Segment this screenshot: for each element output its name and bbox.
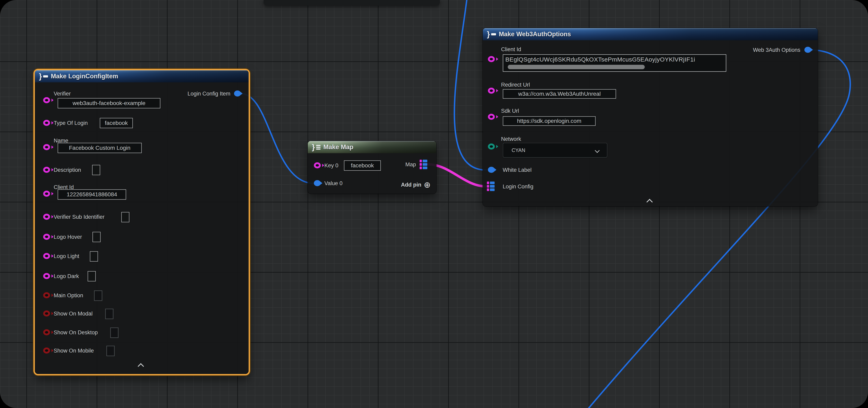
- key0-label: Key 0: [324, 162, 338, 169]
- white-label-pin[interactable]: [488, 167, 495, 173]
- show-on-desktop-pin[interactable]: [43, 329, 50, 335]
- show-on-mobile-checkbox[interactable]: [106, 346, 115, 356]
- name-input[interactable]: Facebook Custom Login: [58, 143, 142, 153]
- main-option-pin[interactable]: [43, 292, 50, 298]
- white-label-label: White Label: [503, 167, 532, 173]
- add-pin-plus-icon: ⊕: [424, 181, 431, 189]
- web3auth-options-output-label: Web 3Auth Options: [753, 46, 800, 54]
- description-input[interactable]: [92, 165, 100, 175]
- login-config-pin[interactable]: [487, 181, 495, 191]
- node-title: Make Web3AuthOptions: [499, 31, 571, 38]
- redirect-url-pin[interactable]: [488, 88, 495, 94]
- show-on-desktop-checkbox[interactable]: [110, 328, 119, 338]
- node-make-map[interactable]: } Make Map Key 0 facebook Map Value 0 Ad…: [308, 141, 436, 194]
- description-pin[interactable]: [43, 167, 50, 173]
- verifier-sub-identifier-pin[interactable]: [43, 214, 50, 220]
- collapse-chevron-icon[interactable]: [646, 199, 653, 205]
- redirect-url-label: Redirect Url: [501, 81, 530, 88]
- verifier-sub-identifier-label: Verifier Sub Identifier: [54, 213, 104, 220]
- logo-dark-pin[interactable]: [43, 273, 50, 279]
- logo-hover-label: Logo Hover: [54, 234, 82, 240]
- sdk-url-input[interactable]: https://sdk.openlogin.com: [503, 116, 596, 126]
- wire-map-to-loginconfig[interactable]: [428, 164, 486, 186]
- add-pin-button[interactable]: Add pin ⊕: [401, 181, 431, 189]
- verifier-label: Verifier: [54, 90, 71, 97]
- login-config-label: Login Config: [503, 183, 533, 190]
- node-title: Make LoginConfigItem: [51, 73, 118, 80]
- verifier-pin[interactable]: [43, 97, 50, 103]
- client-id-input[interactable]: BEglQSgt4cUWcj6SKRdu5QkOXTsePmMcusG5EAoy…: [503, 54, 726, 72]
- logo-dark-input[interactable]: [88, 271, 96, 281]
- login-config-item-output-label: Login Config Item: [187, 90, 230, 97]
- show-on-modal-label: Show On Modal: [54, 310, 93, 317]
- logo-light-label: Logo Light: [54, 253, 79, 260]
- redirect-url-input[interactable]: w3a://com.w3a.Web3AuthUnreal: [503, 89, 616, 99]
- map-output-label: Map: [405, 161, 416, 168]
- show-on-mobile-pin[interactable]: [43, 347, 50, 353]
- node-header[interactable]: } Make LoginConfigItem: [35, 70, 249, 82]
- name-pin[interactable]: [43, 144, 50, 150]
- client-id-input[interactable]: 1222658941886084: [58, 189, 126, 200]
- verifier-input[interactable]: web3auth-facebook-example: [58, 98, 160, 108]
- key0-pin[interactable]: [314, 162, 321, 168]
- client-id-pin[interactable]: [488, 56, 495, 62]
- chevron-down-icon: [595, 148, 599, 153]
- client-id-pin[interactable]: [43, 191, 50, 197]
- blueprint-graph-canvas[interactable]: } Make LoginConfigItem Verifier web3auth…: [0, 0, 868, 408]
- type-of-login-label: Type Of Login: [54, 120, 88, 127]
- key0-input[interactable]: facebook: [344, 160, 381, 171]
- login-config-item-output-pin[interactable]: [234, 91, 241, 97]
- network-dropdown[interactable]: CYAN: [503, 143, 608, 158]
- node-header[interactable]: } Make Web3AuthOptions: [483, 28, 818, 40]
- main-option-checkbox[interactable]: [94, 291, 102, 301]
- network-selected-value: CYAN: [512, 147, 525, 153]
- logo-light-input[interactable]: [90, 251, 98, 262]
- type-of-login-pin[interactable]: [43, 120, 50, 126]
- show-on-modal-checkbox[interactable]: [105, 309, 114, 319]
- web3auth-options-output-pin[interactable]: [804, 47, 811, 53]
- logo-hover-pin[interactable]: [43, 234, 50, 240]
- node-title: Make Map: [323, 143, 353, 151]
- value0-label: Value 0: [324, 180, 343, 187]
- type-of-login-input[interactable]: facebook: [100, 118, 133, 128]
- make-struct-icon: }: [487, 30, 496, 38]
- collapse-chevron-icon[interactable]: [137, 363, 144, 369]
- client-id-label: Client Id: [501, 46, 521, 53]
- node-make-web3authoptions[interactable]: } Make Web3AuthOptions Client Id BEglQSg…: [483, 28, 818, 206]
- show-on-modal-pin[interactable]: [43, 310, 50, 316]
- make-map-icon: }: [312, 143, 320, 151]
- offscreen-node-partial[interactable]: [264, 0, 440, 6]
- wire-loginconfigitem-to-value0[interactable]: [242, 94, 314, 183]
- logo-light-pin[interactable]: [43, 253, 50, 259]
- verifier-sub-identifier-input[interactable]: [121, 212, 129, 223]
- network-pin[interactable]: [488, 143, 495, 149]
- sdk-url-label: Sdk Url: [501, 107, 519, 114]
- main-option-label: Main Option: [54, 292, 83, 299]
- description-label: Description: [54, 167, 81, 173]
- value0-pin[interactable]: [314, 180, 321, 186]
- wire-top-to-whitelabel[interactable]: [455, 0, 486, 170]
- logo-dark-label: Logo Dark: [54, 273, 79, 280]
- make-struct-icon: }: [39, 72, 48, 80]
- logo-hover-input[interactable]: [92, 232, 101, 242]
- network-label: Network: [501, 136, 521, 142]
- sdk-url-pin[interactable]: [488, 114, 495, 120]
- client-id-scrollbar[interactable]: [508, 65, 645, 69]
- add-pin-label: Add pin: [401, 182, 421, 188]
- show-on-mobile-label: Show On Mobile: [54, 347, 94, 354]
- show-on-desktop-label: Show On Desktop: [54, 329, 98, 336]
- node-header[interactable]: } Make Map: [308, 141, 436, 153]
- client-id-value: BEglQSgt4cUWcj6SKRdu5QkOXTsePmMcusG5EAoy…: [505, 56, 724, 63]
- node-make-loginconfigitem[interactable]: } Make LoginConfigItem Verifier web3auth…: [35, 70, 249, 374]
- map-output-pin[interactable]: [420, 160, 427, 169]
